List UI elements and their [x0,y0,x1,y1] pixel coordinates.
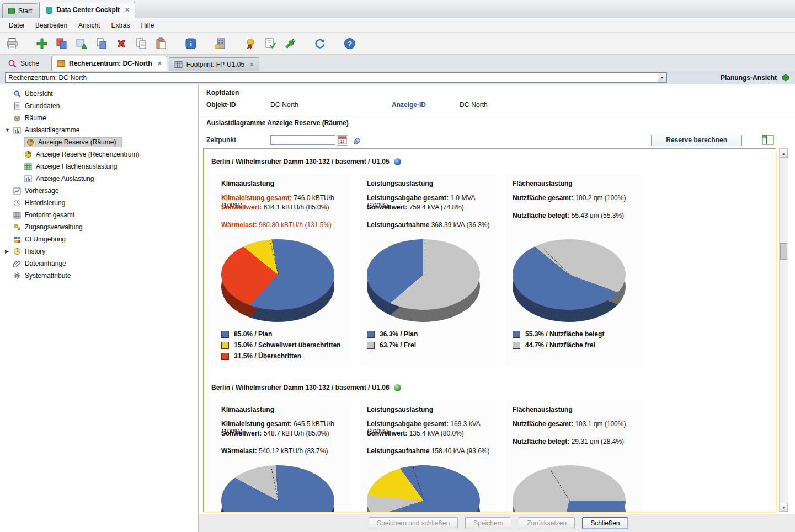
legend-label: 63.7% / Frei [380,341,416,349]
zeitpunkt-input[interactable] [270,135,335,145]
menu-datei[interactable]: Datei [3,20,30,31]
sidebar-item-vorhersage[interactable]: Vorhersage [0,185,198,197]
sidebar-item-anzeige-flaechenauslastung[interactable]: Anzeige Flächenauslastung [0,160,198,173]
sidebar-item-label: Auslastdiagramme [25,126,79,134]
close-icon[interactable]: × [158,60,162,67]
copy-blue-button[interactable] [94,36,109,51]
search-tab[interactable]: Suche [4,59,51,71]
paste-button[interactable] [153,36,169,51]
seal-button[interactable] [243,36,258,51]
expander-right-icon[interactable]: ▶ [5,249,10,254]
datacenter-grid-icon [57,59,66,68]
sidebar-item-history[interactable]: ▶ History [0,245,198,257]
legend: 36.3% / Plan 63.7% / Frei [367,329,490,351]
legend-swatch [221,342,229,349]
menu-extras[interactable]: Extras [105,20,135,31]
copy-red-button[interactable] [54,36,70,51]
sidebar-item-grunddaten[interactable]: Grunddaten [0,100,198,112]
tab-label: Footprint: FP-U1.05 [186,61,244,68]
stat-line: Leistungsaufnahme 368.39 kVA (36.3%) [367,221,490,230]
footer-bar: Speichern und schließen Speichern Zurück… [199,514,795,532]
context-combobox-value: Rechenzentrum: DC-North [8,74,87,82]
sidebar-item-anzeige-reserve-rechenzentrum[interactable]: Anzeige Reserve (Rechenzentrum) [0,148,198,160]
panel-title: Klimaauslastung [221,180,345,187]
pie-icon [24,151,32,158]
organization-button[interactable] [213,36,228,51]
search-tab-label: Suche [20,60,39,67]
stat-line: Schwellwert: 548.7 kBTU/h (85.0%) [221,429,345,439]
print-button[interactable] [4,36,20,51]
tab-rechenzentrum-dc-north[interactable]: Rechenzentrum: DC-North × [51,56,167,71]
kopfdaten-title: Kopfdaten [206,89,239,96]
plug-icon [284,37,297,50]
connect-button[interactable] [282,36,298,51]
window-tab-bar: Start Data Center Cockpit × [0,0,795,18]
room-status-icon [394,158,401,165]
stat-line: Klimaleistung gesamt: 746.0 kBTU/h (100%… [221,194,345,203]
expander-down-icon[interactable]: ▼ [5,127,10,133]
diagram-scroll-panel[interactable]: Berlin / Wilhelmsruher Damm 130-132 / ba… [203,148,776,512]
legend-label: 85.0% / Plan [234,330,272,338]
save-button[interactable]: Speichern [465,517,511,529]
panel-title: Leistungsauslastung [367,180,490,187]
room-title: Berlin / Wilhelmsruher Damm 130-132 / ba… [211,158,769,165]
delete-button[interactable] [114,36,129,51]
zeitpunkt-label: Zeitpunkt [206,136,270,144]
vertical-scrollbar[interactable]: ▲ ▼ [779,148,788,512]
room-title-text: Berlin / Wilhelmsruher Damm 130-132 / ba… [211,384,390,391]
duplicate-button[interactable] [134,36,149,51]
help-button[interactable]: ? [342,36,358,51]
menu-bearbeiten[interactable]: Bearbeiten [30,20,73,31]
new-from-template-button[interactable] [74,36,89,51]
chevron-down-icon[interactable]: ▼ [658,73,666,82]
sidebar-item-anzeige-auslastung[interactable]: Anzeige Auslastung [0,173,198,185]
scroll-down-icon[interactable]: ▼ [780,503,788,512]
refresh-button[interactable] [312,36,328,51]
stat-line: Wärmelast: 980.80 kBTU/h (131.5%) [221,221,345,230]
delete-icon [115,37,128,50]
tab-start[interactable]: Start [2,3,38,18]
close-icon[interactable]: × [250,61,254,68]
tab-footprint-fp-u105[interactable]: Footprint: FP-U1.05 × [169,57,259,71]
add-button[interactable] [34,36,50,51]
refresh-icon [313,37,327,50]
scroll-up-icon[interactable]: ▲ [780,149,788,158]
sidebar-item-uebersicht[interactable]: Übersicht [0,88,198,100]
sidebar-item-anzeige-reserve-raeume[interactable]: Anzeige Reserve (Räume) [0,136,198,148]
sidebar-item-raeume[interactable]: Räume [0,112,198,124]
room-cube-icon [13,114,21,122]
sidebar-item-ci-umgebung[interactable]: CI Umgebung [0,233,198,245]
reserve-berechnen-button[interactable]: Reserve berechnen [651,135,742,146]
database-icon [45,6,53,14]
duplicate-icon [135,37,148,50]
check-document-button[interactable] [263,36,278,51]
calendar-picker-button[interactable]: 12 [337,135,348,146]
context-combobox[interactable]: Rechenzentrum: DC-North ▼ [5,72,667,83]
info-button[interactable]: i [183,36,199,51]
key-icon [13,223,21,231]
flaechenauslastung-panel: Flächenauslastung Nutzfläche gesamt: 103… [506,400,643,512]
seal-icon [244,37,257,50]
panel-title: Flächenauslastung [513,406,636,413]
sidebar-item-dateianhaenge[interactable]: Dateianhänge [0,257,198,270]
sidebar-item-systemattribute[interactable]: Systemattribute [0,270,198,282]
legend-swatch [367,342,375,349]
export-button[interactable] [761,133,775,147]
sidebar-item-historisierung[interactable]: Historisierung [0,197,198,209]
legend: 55.3% / Nutzfläche belegt 44.7% / Nutzfl… [513,329,636,351]
tab-data-center-cockpit[interactable]: Data Center Cockpit × [39,2,135,18]
sidebar-item-label: Anzeige Flächenauslastung [36,163,117,170]
menu-ansicht[interactable]: Ansicht [73,20,105,31]
sidebar-item-auslastdiagramme[interactable]: ▼ Auslastdiagramme [0,124,198,136]
scrollbar-thumb[interactable] [780,243,787,260]
sidebar-item-footprint-gesamt[interactable]: Footprint gesamt [0,209,198,221]
close-button[interactable]: Schließen [582,517,628,529]
eraser-icon [352,136,362,144]
close-icon[interactable]: × [125,6,129,14]
reset-button[interactable]: Zurücksetzen [519,517,575,529]
save-and-close-button[interactable]: Speichern und schließen [369,517,458,529]
sidebar-item-zugangsverwaltung[interactable]: Zugangsverwaltung [0,221,198,233]
clear-date-button[interactable] [350,135,364,146]
toolbar: i ? [0,33,795,55]
menu-hilfe[interactable]: Hilfe [135,20,159,31]
